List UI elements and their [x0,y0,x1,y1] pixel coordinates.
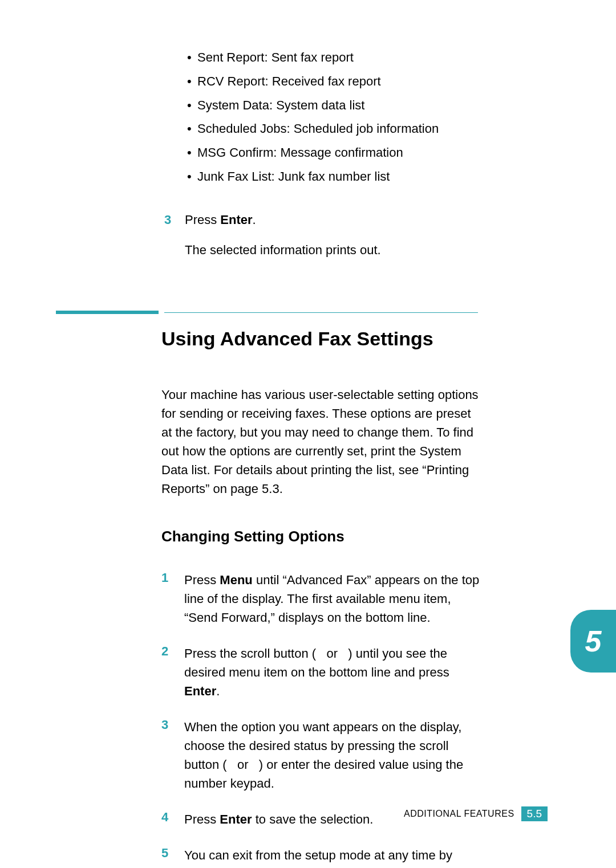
chapter-number: 5 [585,624,602,658]
bold-text: Enter [220,213,252,227]
step-number: 3 [164,213,185,227]
step-5: 5 You can exit from the setup mode at an… [161,846,487,868]
step-text: Press the scroll button ( or ) until you… [184,644,487,700]
text: Press [185,213,220,227]
list-item: • Junk Fax List: Junk fax number list [187,165,549,189]
list-text: System Data: System data list [197,93,364,117]
bold-text: Menu [220,573,252,587]
list-text: Scheduled Jobs: Scheduled job informatio… [197,117,439,141]
step-number: 5 [161,846,184,861]
list-text: Sent Report: Sent fax report [197,46,354,70]
text: Press the scroll button ( or ) until you… [184,646,449,679]
step-number: 2 [161,644,184,659]
text: Press [184,812,220,826]
list-item: • Scheduled Jobs: Scheduled job informat… [187,117,549,141]
list-item: • MSG Confirm: Message confirmation [187,141,549,165]
text: to save the selection. [252,812,374,826]
bullet-dot: • [187,141,197,165]
steps-list: 1 Press Menu until “Advanced Fax” appear… [161,570,487,868]
text: You can exit from the setup mode at any … [184,848,452,868]
list-text: Junk Fax List: Junk fax number list [197,165,390,189]
list-item: • Sent Report: Sent fax report [187,46,549,70]
step-text: Press Enter to save the selection. [184,810,373,829]
bullet-dot: • [187,93,197,117]
step-text: Press Menu until “Advanced Fax” appears … [184,570,487,627]
top-step-block: 3 Press Enter. The selected information … [164,210,549,259]
step-1: 1 Press Menu until “Advanced Fax” appear… [161,570,487,627]
page-footer: ADDITIONAL FEATURES 5.5 [404,806,548,821]
step-3: 3 When the option you want appears on th… [161,718,487,793]
page: • Sent Report: Sent fax report • RCV Rep… [0,0,616,868]
list-text: MSG Confirm: Message confirmation [197,141,403,165]
chapter-tab: 5 [570,610,616,673]
list-item: • System Data: System data list [187,93,549,117]
section-title: Using Advanced Fax Settings [161,328,549,350]
bold-text: Enter [184,684,216,698]
bullet-dot: • [187,70,197,93]
bullet-dot: • [187,46,197,70]
step-text: Press Enter. [185,210,256,229]
text: . [253,213,256,227]
bullet-dot: • [187,165,197,189]
step-2: 2 Press the scroll button ( or ) until y… [161,644,487,700]
step-number: 4 [161,810,184,825]
section-divider [56,311,478,314]
divider-accent [56,311,159,314]
divider-line [164,312,478,313]
text: . [216,684,220,698]
footer-page-number: 5.5 [521,806,548,821]
text: Press [184,573,220,587]
step-followup: The selected information prints out. [185,241,549,259]
step-number: 3 [161,718,184,732]
subheading: Changing Setting Options [161,528,549,545]
step-3-top: 3 Press Enter. [164,210,549,229]
footer-label: ADDITIONAL FEATURES [404,809,514,819]
intro-paragraph: Your machine has various user-selectable… [161,385,481,498]
text: When the option you want appears on the … [184,720,463,790]
content-area: • Sent Report: Sent fax report • RCV Rep… [67,46,549,868]
step-text: You can exit from the setup mode at any … [184,846,487,868]
step-number: 1 [161,570,184,585]
bullet-list: • Sent Report: Sent fax report • RCV Rep… [187,46,549,189]
bullet-dot: • [187,117,197,141]
step-text: When the option you want appears on the … [184,718,487,793]
bold-text: Enter [220,812,252,826]
list-text: RCV Report: Received fax report [197,70,381,93]
list-item: • RCV Report: Received fax report [187,70,549,93]
